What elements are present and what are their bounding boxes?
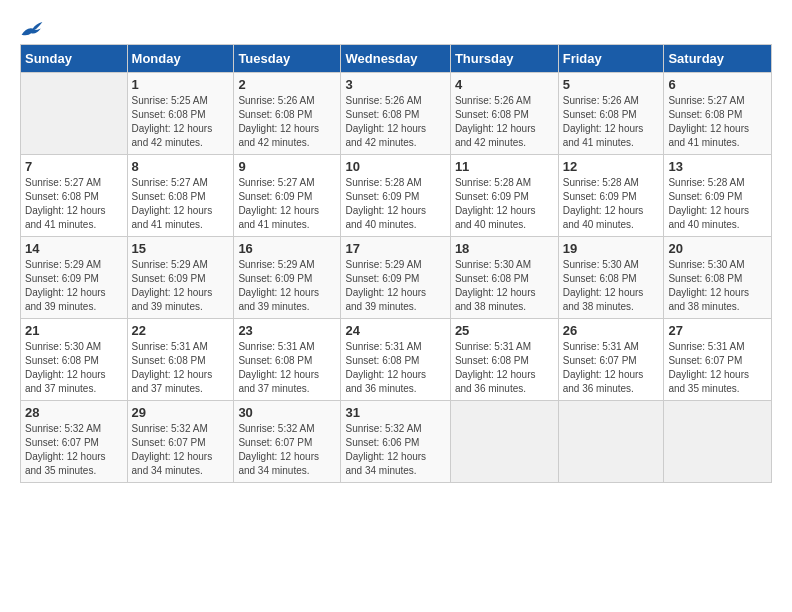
- calendar-cell: 9Sunrise: 5:27 AM Sunset: 6:09 PM Daylig…: [234, 155, 341, 237]
- day-number: 25: [455, 323, 554, 338]
- day-number: 29: [132, 405, 230, 420]
- day-number: 13: [668, 159, 767, 174]
- day-info: Sunrise: 5:31 AM Sunset: 6:07 PM Dayligh…: [668, 340, 767, 396]
- calendar-cell: 19Sunrise: 5:30 AM Sunset: 6:08 PM Dayli…: [558, 237, 664, 319]
- day-number: 12: [563, 159, 660, 174]
- day-number: 4: [455, 77, 554, 92]
- day-info: Sunrise: 5:27 AM Sunset: 6:08 PM Dayligh…: [25, 176, 123, 232]
- calendar-cell: 1Sunrise: 5:25 AM Sunset: 6:08 PM Daylig…: [127, 73, 234, 155]
- calendar-cell: 30Sunrise: 5:32 AM Sunset: 6:07 PM Dayli…: [234, 401, 341, 483]
- day-info: Sunrise: 5:32 AM Sunset: 6:07 PM Dayligh…: [25, 422, 123, 478]
- calendar-week-row: 14Sunrise: 5:29 AM Sunset: 6:09 PM Dayli…: [21, 237, 772, 319]
- day-number: 5: [563, 77, 660, 92]
- calendar-cell: 21Sunrise: 5:30 AM Sunset: 6:08 PM Dayli…: [21, 319, 128, 401]
- day-info: Sunrise: 5:31 AM Sunset: 6:08 PM Dayligh…: [455, 340, 554, 396]
- day-info: Sunrise: 5:31 AM Sunset: 6:08 PM Dayligh…: [132, 340, 230, 396]
- calendar-cell: 8Sunrise: 5:27 AM Sunset: 6:08 PM Daylig…: [127, 155, 234, 237]
- calendar-cell: 16Sunrise: 5:29 AM Sunset: 6:09 PM Dayli…: [234, 237, 341, 319]
- calendar-cell: 10Sunrise: 5:28 AM Sunset: 6:09 PM Dayli…: [341, 155, 450, 237]
- calendar-cell: 22Sunrise: 5:31 AM Sunset: 6:08 PM Dayli…: [127, 319, 234, 401]
- day-info: Sunrise: 5:31 AM Sunset: 6:07 PM Dayligh…: [563, 340, 660, 396]
- calendar-cell: 25Sunrise: 5:31 AM Sunset: 6:08 PM Dayli…: [450, 319, 558, 401]
- day-info: Sunrise: 5:28 AM Sunset: 6:09 PM Dayligh…: [345, 176, 445, 232]
- day-info: Sunrise: 5:31 AM Sunset: 6:08 PM Dayligh…: [238, 340, 336, 396]
- calendar-cell: 3Sunrise: 5:26 AM Sunset: 6:08 PM Daylig…: [341, 73, 450, 155]
- day-info: Sunrise: 5:25 AM Sunset: 6:08 PM Dayligh…: [132, 94, 230, 150]
- day-info: Sunrise: 5:31 AM Sunset: 6:08 PM Dayligh…: [345, 340, 445, 396]
- calendar-header-row: SundayMondayTuesdayWednesdayThursdayFrid…: [21, 45, 772, 73]
- day-of-week-header: Sunday: [21, 45, 128, 73]
- calendar-week-row: 28Sunrise: 5:32 AM Sunset: 6:07 PM Dayli…: [21, 401, 772, 483]
- day-info: Sunrise: 5:32 AM Sunset: 6:07 PM Dayligh…: [132, 422, 230, 478]
- calendar-cell: 28Sunrise: 5:32 AM Sunset: 6:07 PM Dayli…: [21, 401, 128, 483]
- day-info: Sunrise: 5:28 AM Sunset: 6:09 PM Dayligh…: [563, 176, 660, 232]
- calendar-cell: [21, 73, 128, 155]
- calendar-cell: 6Sunrise: 5:27 AM Sunset: 6:08 PM Daylig…: [664, 73, 772, 155]
- day-of-week-header: Monday: [127, 45, 234, 73]
- day-number: 21: [25, 323, 123, 338]
- calendar-cell: 4Sunrise: 5:26 AM Sunset: 6:08 PM Daylig…: [450, 73, 558, 155]
- calendar-cell: 18Sunrise: 5:30 AM Sunset: 6:08 PM Dayli…: [450, 237, 558, 319]
- day-info: Sunrise: 5:29 AM Sunset: 6:09 PM Dayligh…: [345, 258, 445, 314]
- calendar-cell: 23Sunrise: 5:31 AM Sunset: 6:08 PM Dayli…: [234, 319, 341, 401]
- calendar-cell: [664, 401, 772, 483]
- day-number: 6: [668, 77, 767, 92]
- calendar-cell: 15Sunrise: 5:29 AM Sunset: 6:09 PM Dayli…: [127, 237, 234, 319]
- day-number: 23: [238, 323, 336, 338]
- day-info: Sunrise: 5:30 AM Sunset: 6:08 PM Dayligh…: [563, 258, 660, 314]
- day-info: Sunrise: 5:29 AM Sunset: 6:09 PM Dayligh…: [132, 258, 230, 314]
- day-number: 11: [455, 159, 554, 174]
- day-number: 1: [132, 77, 230, 92]
- page-header: [20, 20, 772, 40]
- day-number: 18: [455, 241, 554, 256]
- day-info: Sunrise: 5:26 AM Sunset: 6:08 PM Dayligh…: [238, 94, 336, 150]
- day-number: 30: [238, 405, 336, 420]
- day-number: 28: [25, 405, 123, 420]
- day-of-week-header: Tuesday: [234, 45, 341, 73]
- day-info: Sunrise: 5:30 AM Sunset: 6:08 PM Dayligh…: [25, 340, 123, 396]
- day-number: 2: [238, 77, 336, 92]
- calendar-cell: 20Sunrise: 5:30 AM Sunset: 6:08 PM Dayli…: [664, 237, 772, 319]
- calendar-table: SundayMondayTuesdayWednesdayThursdayFrid…: [20, 44, 772, 483]
- day-number: 3: [345, 77, 445, 92]
- day-info: Sunrise: 5:32 AM Sunset: 6:06 PM Dayligh…: [345, 422, 445, 478]
- calendar-cell: 27Sunrise: 5:31 AM Sunset: 6:07 PM Dayli…: [664, 319, 772, 401]
- calendar-week-row: 1Sunrise: 5:25 AM Sunset: 6:08 PM Daylig…: [21, 73, 772, 155]
- calendar-cell: 13Sunrise: 5:28 AM Sunset: 6:09 PM Dayli…: [664, 155, 772, 237]
- day-number: 19: [563, 241, 660, 256]
- calendar-cell: [558, 401, 664, 483]
- day-number: 8: [132, 159, 230, 174]
- calendar-cell: 29Sunrise: 5:32 AM Sunset: 6:07 PM Dayli…: [127, 401, 234, 483]
- calendar-cell: 2Sunrise: 5:26 AM Sunset: 6:08 PM Daylig…: [234, 73, 341, 155]
- day-of-week-header: Thursday: [450, 45, 558, 73]
- day-info: Sunrise: 5:27 AM Sunset: 6:08 PM Dayligh…: [132, 176, 230, 232]
- calendar-cell: 14Sunrise: 5:29 AM Sunset: 6:09 PM Dayli…: [21, 237, 128, 319]
- day-number: 14: [25, 241, 123, 256]
- day-info: Sunrise: 5:29 AM Sunset: 6:09 PM Dayligh…: [238, 258, 336, 314]
- day-of-week-header: Friday: [558, 45, 664, 73]
- day-info: Sunrise: 5:30 AM Sunset: 6:08 PM Dayligh…: [668, 258, 767, 314]
- day-number: 16: [238, 241, 336, 256]
- day-info: Sunrise: 5:26 AM Sunset: 6:08 PM Dayligh…: [563, 94, 660, 150]
- calendar-week-row: 21Sunrise: 5:30 AM Sunset: 6:08 PM Dayli…: [21, 319, 772, 401]
- day-number: 10: [345, 159, 445, 174]
- day-number: 17: [345, 241, 445, 256]
- logo: [20, 20, 48, 40]
- day-info: Sunrise: 5:30 AM Sunset: 6:08 PM Dayligh…: [455, 258, 554, 314]
- day-number: 9: [238, 159, 336, 174]
- day-number: 7: [25, 159, 123, 174]
- logo-bird-icon: [20, 20, 44, 40]
- day-of-week-header: Saturday: [664, 45, 772, 73]
- day-info: Sunrise: 5:32 AM Sunset: 6:07 PM Dayligh…: [238, 422, 336, 478]
- day-info: Sunrise: 5:26 AM Sunset: 6:08 PM Dayligh…: [455, 94, 554, 150]
- day-info: Sunrise: 5:29 AM Sunset: 6:09 PM Dayligh…: [25, 258, 123, 314]
- day-number: 31: [345, 405, 445, 420]
- calendar-cell: 7Sunrise: 5:27 AM Sunset: 6:08 PM Daylig…: [21, 155, 128, 237]
- day-info: Sunrise: 5:28 AM Sunset: 6:09 PM Dayligh…: [668, 176, 767, 232]
- day-info: Sunrise: 5:28 AM Sunset: 6:09 PM Dayligh…: [455, 176, 554, 232]
- calendar-cell: 17Sunrise: 5:29 AM Sunset: 6:09 PM Dayli…: [341, 237, 450, 319]
- calendar-cell: 12Sunrise: 5:28 AM Sunset: 6:09 PM Dayli…: [558, 155, 664, 237]
- day-of-week-header: Wednesday: [341, 45, 450, 73]
- calendar-cell: 31Sunrise: 5:32 AM Sunset: 6:06 PM Dayli…: [341, 401, 450, 483]
- day-number: 20: [668, 241, 767, 256]
